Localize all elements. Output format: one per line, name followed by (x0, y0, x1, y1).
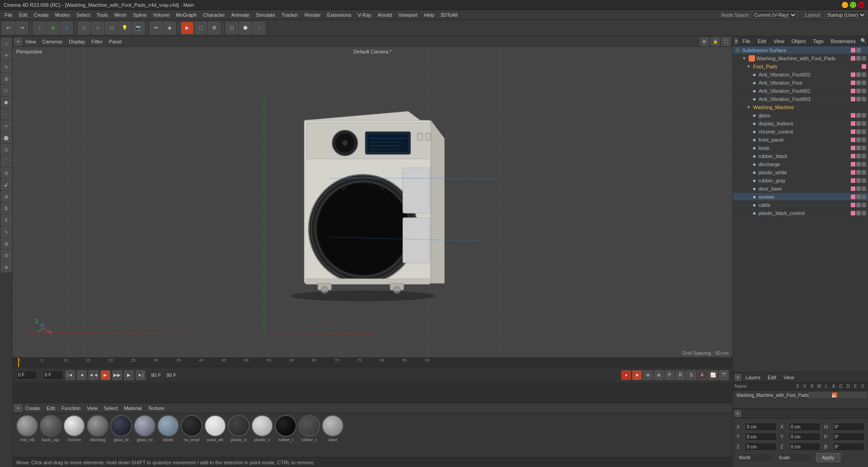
layer-ctrl-play[interactable]: ▶ (832, 392, 837, 398)
menu-tracker[interactable]: Tracker (279, 11, 301, 19)
menu-mesh[interactable]: Mesh (112, 11, 129, 19)
tree-item-discharge[interactable]: ◆ discharge (733, 160, 868, 168)
render-settings-button[interactable]: ⚙ (208, 22, 221, 34)
layout-dropdown[interactable]: Startup (User) (825, 11, 866, 19)
tool-move[interactable]: ✛ (1, 50, 12, 61)
layers-edit-btn[interactable]: Edit (765, 374, 779, 381)
timeline-cursor[interactable] (18, 358, 19, 367)
tree-item-subdivision-surface[interactable]: ⬡ Subdivision Surface (733, 46, 868, 54)
redo-button[interactable]: ↪ (15, 22, 28, 34)
attr-b-input[interactable] (833, 443, 864, 451)
camera-button[interactable]: 📷 (132, 22, 145, 34)
menu-mograph[interactable]: MoGraph (173, 11, 199, 19)
attr-y-pos-input[interactable] (745, 433, 777, 441)
tree-item-washing-machine-root[interactable]: ▼ Washing_Machine_with_Foot_Pads (733, 54, 868, 62)
menu-vray[interactable]: V-Ray (355, 11, 374, 19)
scale-dropdown[interactable]: Scale (776, 453, 812, 462)
menu-edit[interactable]: Edit (16, 11, 30, 19)
tree-item-rubber-gray[interactable]: ◆ rubber_gray (733, 176, 868, 185)
tree-item-foot-pads[interactable]: ▼ Foot_Pads (733, 62, 868, 71)
layers-btn[interactable]: Layers (743, 374, 763, 381)
key-scale-button[interactable]: S (686, 370, 696, 380)
om-edit-btn[interactable]: Edit (755, 38, 769, 45)
key-pos-button[interactable]: P (665, 370, 675, 380)
material-steel[interactable]: steel (322, 415, 344, 442)
om-view-btn[interactable]: View (771, 38, 787, 45)
attr-h-input[interactable] (833, 423, 864, 431)
tool-scale[interactable]: ⊞ (1, 73, 12, 84)
sculpt-button[interactable]: ◈ (163, 22, 176, 34)
timeline-tracks[interactable] (13, 383, 732, 403)
node-space-dropdown[interactable]: Current (V-Ray) (752, 11, 797, 19)
menu-viewport[interactable]: Viewport (396, 11, 420, 19)
coord-dropdown[interactable]: World Object (736, 453, 773, 462)
step-back-button[interactable]: ◄ (77, 370, 87, 380)
tool-polygon[interactable]: ⬡ (1, 85, 12, 96)
material-anti-vib[interactable]: Anti_Vib (16, 415, 38, 442)
curve-editor-button[interactable]: 📈 (708, 370, 718, 380)
layer-ctrl-7[interactable] (844, 392, 849, 398)
om-object-btn[interactable]: Object (789, 38, 809, 45)
tool-rotate[interactable]: ↻ (1, 62, 12, 72)
menu-animate[interactable]: Animate (228, 11, 252, 19)
menu-file[interactable]: File (2, 11, 15, 19)
tree-item-avf002[interactable]: ◆ Anti_Vibration_Foot002 (733, 71, 868, 79)
scale-button[interactable]: ⊕ (47, 22, 59, 34)
current-frame-input[interactable] (16, 371, 37, 380)
bp-select-btn[interactable]: Select (101, 405, 121, 412)
tree-item-rubber-black[interactable]: ◆ rubber_black (733, 152, 868, 160)
menu-help[interactable]: Help (421, 11, 437, 19)
om-menu-icon[interactable]: ≡ (735, 38, 738, 44)
key-rot-button[interactable]: R (675, 370, 685, 380)
tree-item-body[interactable]: ◆ body (733, 144, 868, 152)
go-to-end-button[interactable]: ►| (136, 370, 146, 380)
layer-ctrl-2[interactable] (814, 392, 820, 398)
cylinder-button[interactable]: ⬭ (105, 22, 118, 34)
menu-create[interactable]: Create (31, 11, 52, 19)
minimize-button[interactable]: _ (842, 2, 848, 8)
menu-arnold[interactable]: Arnold (375, 11, 395, 19)
bp-edit-btn[interactable]: Edit (44, 405, 58, 412)
start-frame-input[interactable] (43, 371, 63, 380)
key-all-button[interactable]: ⊕ (643, 370, 653, 380)
tool-edge[interactable]: ⬣ (1, 97, 12, 108)
material-discharge[interactable]: discharg (87, 415, 108, 442)
attr-z-pos-input[interactable] (745, 443, 777, 451)
tree-item-display-buttons[interactable]: ◆ display_buttons (733, 119, 868, 128)
material-labels[interactable]: labels (157, 415, 179, 442)
tool-misc2[interactable]: $ (1, 203, 12, 214)
om-tags-btn[interactable]: Tags (810, 38, 826, 45)
layers-menu-icon[interactable]: ≡ (735, 374, 741, 381)
material-paint-white[interactable]: paint_wh (204, 415, 226, 442)
tree-item-avf[interactable]: ◆ Anti_Vibration_Foot (733, 79, 868, 87)
motion-clip-button[interactable]: 🎬 (719, 370, 729, 380)
tool-extrude[interactable]: ⊡ (1, 144, 12, 155)
layers-view-btn[interactable]: View (781, 374, 797, 381)
tree-item-door-base[interactable]: ◆ door_base (733, 185, 868, 193)
tool-knife[interactable]: ✂ (1, 120, 12, 131)
tool-select[interactable]: ⊹ (1, 38, 12, 49)
paint-button[interactable]: ✏ (150, 22, 162, 34)
tool-point[interactable]: ◦ (1, 109, 12, 119)
viewport-lock-btn[interactable]: 🔒 (711, 37, 720, 46)
om-file-btn[interactable]: File (740, 38, 753, 45)
viewport-display-btn[interactable]: Display (66, 38, 88, 45)
render-view-button[interactable]: ▶ (181, 22, 193, 34)
key-sel-button[interactable]: ⊕ (654, 370, 664, 380)
material-plastic-b[interactable]: plastic_b (228, 415, 250, 442)
undo-button[interactable]: ↩ (2, 22, 14, 34)
play-button[interactable]: ▶ (100, 370, 110, 380)
attr-x-pos2-input[interactable] (789, 423, 821, 431)
rotate-button[interactable]: ↻ (60, 22, 73, 34)
tree-item-glass[interactable]: ◆ glass (733, 111, 868, 119)
tree-item-avf003[interactable]: ◆ Anti_Vibration_Foot003 (733, 95, 868, 103)
poly-select-button[interactable]: ⬡ (226, 22, 238, 34)
material-glass-black[interactable]: glass_bl (110, 415, 132, 442)
material-no-empl[interactable]: no_empl (181, 415, 203, 442)
close-button[interactable]: × (858, 2, 864, 8)
tool-symmetry[interactable]: ⊟ (1, 167, 12, 178)
bp-texture-btn[interactable]: Texture (146, 405, 167, 412)
tree-item-avf001[interactable]: ◆ Anti_Vibration_Foot001 (733, 87, 868, 95)
viewport-fit-btn[interactable]: ⊞ (700, 37, 709, 46)
bp-material-btn[interactable]: Material (121, 405, 144, 412)
